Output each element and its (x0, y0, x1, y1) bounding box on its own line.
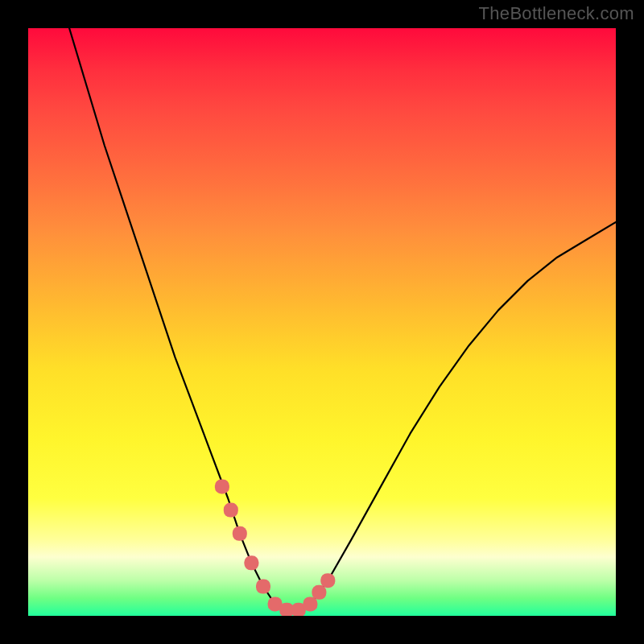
highlight-marker (256, 580, 270, 594)
highlight-marker (303, 597, 317, 611)
highlight-marker (320, 573, 335, 588)
highlight-marker (233, 526, 247, 541)
bottleneck-curve (28, 28, 616, 616)
highlight-marker (312, 585, 326, 600)
highlight-marker (244, 555, 258, 570)
highlight-marker (224, 503, 238, 518)
highlight-marker (215, 479, 229, 493)
chart-root: TheBottleneck.com (0, 0, 644, 644)
plot-area (28, 28, 616, 616)
watermark-text: TheBottleneck.com (479, 3, 634, 24)
